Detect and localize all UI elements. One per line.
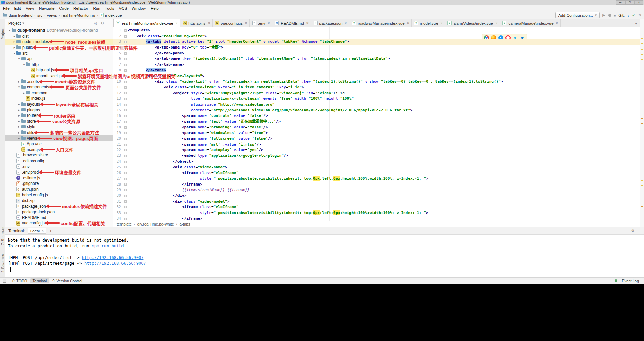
tree-item-api[interactable]: ▾api	[5, 56, 113, 62]
menu-view[interactable]: View	[23, 6, 37, 10]
tree-item-components[interactable]: ▾components页面公共组件文件	[5, 84, 113, 90]
tree-item-.editorconfig[interactable]: ≡.editorconfig	[5, 158, 113, 164]
code-line-31[interactable]: 31 <div class="video-model">	[113, 199, 640, 205]
toolwindow-project-button[interactable]: Project	[1, 28, 5, 40]
fold-marker-icon[interactable]	[123, 119, 128, 125]
stripe-mark[interactable]	[641, 123, 643, 124]
editor-breadcrumb-a-tabs[interactable]: a-tabs	[179, 222, 190, 226]
code-editor[interactable]: e e 1<template>2 <div class="realTime bg…	[113, 27, 640, 221]
tree-item-utils[interactable]: ▸utils封装的一些公共函数方法	[5, 130, 113, 136]
fold-marker-icon[interactable]	[123, 130, 128, 136]
stop-icon[interactable]: ■	[614, 13, 616, 17]
close-icon[interactable]: ×	[245, 21, 247, 25]
fold-marker-icon[interactable]	[123, 159, 128, 165]
close-button[interactable]: ×	[634, 0, 643, 5]
tree-item-http[interactable]: ▾http	[5, 62, 113, 68]
tree-twisty-icon[interactable]: ▸	[17, 103, 21, 106]
stripe-mark[interactable]	[641, 118, 643, 119]
menu-navigate[interactable]: Navigate	[37, 6, 57, 10]
tree-item-dist.zip[interactable]: Zdist.zip	[5, 198, 113, 204]
tree-twisty-icon[interactable]: ▾	[8, 29, 12, 32]
editor-tab-README.md[interactable]: MREADME.md×	[272, 19, 311, 27]
fold-marker-icon[interactable]	[123, 216, 128, 221]
tree-twisty-icon[interactable]: ▾	[12, 52, 16, 55]
tree-item-vue.config.js[interactable]: JSvue.config.jsconfig配置、代理相关	[5, 220, 113, 226]
tree-item-style[interactable]: ▸style	[5, 124, 113, 130]
tree-twisty-icon[interactable]: ▸	[22, 91, 26, 95]
editor-tab-.env[interactable]: ≡.env×	[250, 19, 273, 27]
menu-file[interactable]: File	[1, 6, 12, 10]
toolwindow-switcher-icon[interactable]	[3, 279, 6, 283]
tree-twisty-icon[interactable]: ▸	[12, 40, 16, 43]
tree-twisty-icon[interactable]: ▸	[17, 125, 21, 128]
close-icon[interactable]: ×	[496, 21, 498, 25]
fold-marker-icon[interactable]	[123, 170, 128, 176]
tree-twisty-icon[interactable]: ▾	[17, 85, 21, 89]
code-line-32[interactable]: 32 <iframe class="vlcIframe"	[113, 204, 640, 210]
tree-item-layouts[interactable]: ▸layoutslayouts全局布局相关	[5, 101, 113, 107]
fold-marker-icon[interactable]	[123, 62, 128, 68]
terminal-settings-gear-icon[interactable]: ⚙	[631, 229, 634, 233]
breadcrumb-views[interactable]: views	[47, 13, 57, 17]
add-configuration-button[interactable]: Add Configuration... ▾	[555, 12, 600, 18]
breadcrumb-src[interactable]: src	[37, 13, 42, 17]
tree-item-App.vue[interactable]: VApp.vue	[5, 141, 113, 147]
fold-marker-icon[interactable]	[123, 96, 128, 102]
terminal-link[interactable]: http://192.168.66.56:9007	[84, 261, 146, 266]
menu-code[interactable]: Code	[57, 6, 71, 10]
menu-vcs[interactable]: VCS	[116, 6, 129, 10]
stripe-mark[interactable]	[641, 43, 643, 44]
statusbar-6--todo[interactable]: 6: TODO	[10, 278, 30, 283]
code-line-16[interactable]: 16 <param name='controls' value='false'/…	[113, 113, 640, 119]
code-line-34[interactable]: 34 </iframe>	[113, 216, 640, 221]
editor-tab-cameraManage-index.vue[interactable]: VcameraManage\index.vue×	[500, 19, 560, 27]
fold-marker-icon[interactable]	[123, 210, 128, 216]
tree-item-.gitignore[interactable]: G.gitignore	[5, 181, 113, 187]
code-line-22[interactable]: 22 <param name='autoplay' value='yes'/>	[113, 147, 640, 153]
tree-item-.eslintrc.js[interactable]: e.eslintrc.js	[5, 175, 113, 181]
tree-twisty-icon[interactable]: ▸	[17, 131, 21, 134]
code-line-14[interactable]: 14 pluginspage="http://www.videolan.org"	[113, 102, 640, 108]
tree-item-babel.config.js[interactable]: JSbabel.config.js	[5, 192, 113, 198]
menu-help[interactable]: Help	[148, 6, 161, 10]
tree-item-router[interactable]: ▸routerrouter路由	[5, 113, 113, 119]
stripe-mark[interactable]	[641, 185, 643, 186]
minimize-button[interactable]: ─	[616, 0, 625, 5]
tree-item-duoji-frontend[interactable]: ▾duoji-frontend D:\zheheWeb\duoji-fronte…	[5, 28, 113, 33]
tree-item-common[interactable]: ▸common	[5, 90, 113, 96]
code-line-5[interactable]: 5 </a-tab-pane>	[113, 51, 640, 56]
code-line-13[interactable]: 13 type='application/x-vlc-plugin' event…	[113, 96, 640, 102]
tree-twisty-icon[interactable]: ▾	[22, 63, 26, 66]
tree-item-dist[interactable]: ▸dist	[5, 33, 113, 39]
editor-tab-model.vue[interactable]: Vmodel.vue×	[412, 19, 445, 27]
code-line-30[interactable]: 30 </div>	[113, 193, 640, 199]
fold-marker-icon[interactable]	[123, 176, 128, 182]
close-icon[interactable]: ×	[441, 21, 443, 25]
tree-item-store[interactable]: ▸storevuex公共资源	[5, 119, 113, 124]
tree-item-.browserslistrc[interactable]: ≡.browserslistrc	[5, 152, 113, 158]
code-line-15[interactable]: 15 codebase="http://downloads.videolan.o…	[113, 108, 640, 113]
fold-marker-icon[interactable]	[123, 51, 128, 56]
fold-marker-icon[interactable]	[123, 28, 128, 33]
code-line-21[interactable]: 21 <param name='mrl' :value='i.rtsp'/>	[113, 142, 640, 148]
maximize-button[interactable]: □	[625, 0, 634, 5]
tree-item-package.json[interactable]: {}package.jsonmodules依赖描述文件	[5, 203, 113, 209]
editor-tab-realTimeMonitoring-index.vue[interactable]: VrealTimeMonitoring\index.vue×	[113, 19, 180, 27]
close-icon[interactable]: ×	[175, 21, 177, 25]
fold-marker-icon[interactable]	[123, 39, 128, 45]
close-icon[interactable]: ×	[407, 21, 409, 25]
fold-marker-icon[interactable]	[123, 125, 128, 131]
tab-overflow-icon[interactable]: ▾	[632, 19, 640, 27]
menu-refactor[interactable]: Refactor	[71, 6, 90, 10]
fold-marker-icon[interactable]	[123, 199, 128, 205]
git-history-icon[interactable]: ↻	[638, 13, 641, 17]
tree-item-index.js[interactable]: JSindex.js	[5, 96, 113, 101]
stripe-mark[interactable]	[641, 38, 643, 39]
stripe-mark[interactable]	[641, 49, 643, 50]
tree-twisty-icon[interactable]: ▸	[17, 108, 21, 112]
editor-tab-http-api.js[interactable]: JShttp-api.js×	[180, 19, 213, 27]
code-line-27[interactable]: 27 style=" position:absolute;visibility:…	[113, 176, 640, 182]
menu-edit[interactable]: Edit	[12, 6, 24, 10]
code-line-6[interactable]: 6 <a-tab-pane :key="(index+1).toString()…	[113, 56, 640, 62]
stripe-mark[interactable]	[641, 206, 643, 207]
